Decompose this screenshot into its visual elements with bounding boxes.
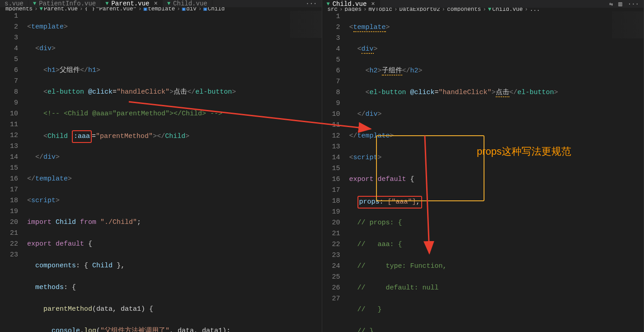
close-icon[interactable]: × [371, 0, 375, 8]
yellow-box-props-alt [376, 135, 484, 201]
tab-label: PatientInfo.vue [39, 0, 96, 7]
tab-s-vue[interactable]: s.vue [0, 0, 28, 7]
breadcrumb-item[interactable]: div [186, 7, 197, 11]
breadcrumb-item[interactable]: Parent.vue [44, 7, 78, 11]
right-breadcrumb[interactable]: src › pages › myTopic › DataExport02 › c… [322, 8, 644, 11]
tab-parent-vue[interactable]: ▼ Parent.vue × [101, 0, 163, 7]
cube-icon: ▣ [203, 7, 207, 11]
left-code[interactable]: <template> <div> <h1>父组件</h1> <el-button… [27, 11, 322, 332]
tab-child-vue[interactable]: ▼ Child.vue [163, 0, 212, 7]
left-gutter: 1 2 3 4 5 6 7 8 9 10 11 12 13 14 15 16 1… [0, 11, 27, 332]
cube-icon: ▣ [182, 7, 186, 11]
red-box-aaa-attr: :aaa [72, 130, 92, 143]
tab-label: s.vue [5, 0, 24, 7]
vue-icon: ▼ [40, 7, 43, 11]
minimap[interactable] [612, 11, 644, 38]
vue-icon: ▼ [33, 0, 36, 7]
more-icon[interactable]: ··· [628, 0, 639, 8]
tab-overflow-icon[interactable]: ··· [306, 0, 317, 7]
brace-icon: { } [85, 7, 95, 11]
tab-label: Parent.vue [111, 0, 149, 7]
breadcrumb-item[interactable]: src [328, 8, 338, 11]
annotation-text: props这种写法更规范 [477, 145, 571, 158]
tab-patientinfo-vue[interactable]: ▼ PatientInfo.vue [28, 0, 101, 7]
breadcrumb-item[interactable]: components [447, 8, 481, 11]
breadcrumb-item[interactable]: DataExport02 [400, 8, 440, 11]
left-breadcrumb[interactable]: mponents › ▼ Parent.vue › { } "Parent.vu… [0, 7, 322, 11]
cube-icon: ▣ [144, 7, 147, 11]
split-icon[interactable]: ▥ [618, 0, 622, 8]
vue-icon: ▼ [488, 8, 492, 11]
left-tab-bar: s.vue ▼ PatientInfo.vue ▼ Parent.vue × ▼… [0, 0, 322, 7]
right-tab-bar: ▼ Child.vue × ⇋ ▥ ··· [322, 0, 644, 8]
close-icon[interactable]: × [154, 0, 157, 7]
minimap[interactable] [290, 11, 322, 38]
tab-child-vue[interactable]: ▼ Child.vue × [322, 0, 380, 8]
breadcrumb-item[interactable]: Child.vue [492, 8, 523, 11]
breadcrumb-item[interactable]: "Parent.vue" [96, 7, 136, 11]
right-gutter: 1 2 3 4 5 6 7 8 9 10 11 12 13 14 15 16 1… [322, 11, 349, 332]
tab-label: Child.vue [333, 0, 367, 8]
compare-icon[interactable]: ⇋ [609, 0, 613, 8]
breadcrumb-item[interactable]: mponents [5, 7, 33, 11]
breadcrumb-item[interactable]: pages [345, 8, 362, 11]
left-code-area[interactable]: 1 2 3 4 5 6 7 8 9 10 11 12 13 14 15 16 1… [0, 11, 322, 332]
vue-icon: ▼ [167, 0, 170, 7]
vue-icon: ▼ [327, 1, 330, 7]
left-editor-pane: s.vue ▼ PatientInfo.vue ▼ Parent.vue × ▼… [0, 0, 322, 332]
breadcrumb-item[interactable]: ... [530, 8, 540, 11]
vue-icon: ▼ [105, 0, 108, 7]
breadcrumb-item[interactable]: Child [208, 7, 225, 11]
breadcrumb-item[interactable]: myTopic [369, 8, 393, 11]
breadcrumb-item[interactable]: template [148, 7, 175, 11]
tab-label: Child.vue [173, 0, 207, 7]
